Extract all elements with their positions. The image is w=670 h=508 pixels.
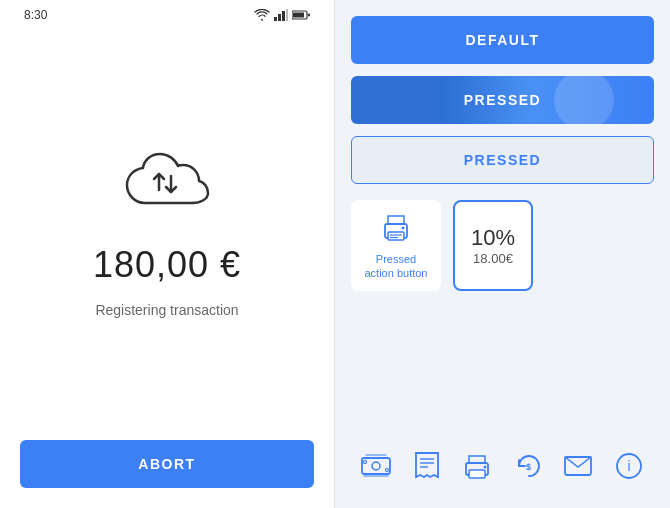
svg-point-16 (364, 461, 367, 464)
printer-icon (462, 452, 492, 480)
receipt-icon (414, 451, 440, 481)
action-button-label: Pressed action button (361, 252, 431, 281)
pressed-filled-button[interactable]: PRESSED (351, 76, 654, 124)
svg-point-11 (402, 227, 405, 230)
right-panel: DEFAULT PRESSED PRESSED Pressed action b… (335, 0, 670, 508)
printer-icon-button[interactable] (459, 448, 495, 484)
svg-point-15 (372, 462, 380, 470)
left-panel: 8:30 (0, 0, 335, 508)
percentage-amount: 18.00€ (473, 251, 513, 266)
battery-icon (292, 10, 310, 20)
svg-rect-1 (278, 14, 281, 21)
receipt-icon-button[interactable] (409, 448, 445, 484)
refund-icon: $ (513, 452, 543, 480)
svg-point-23 (484, 466, 487, 469)
icons-row: $ i (351, 440, 654, 492)
svg-rect-2 (282, 11, 285, 21)
abort-button[interactable]: ABORT (20, 440, 314, 488)
circle-user-icon-button[interactable]: i (611, 448, 647, 484)
svg-rect-22 (469, 470, 485, 478)
cloud-sync-icon (117, 148, 217, 228)
cloud-icon-container (117, 148, 217, 228)
email-icon (563, 454, 593, 478)
cash-icon-button[interactable] (358, 448, 394, 484)
circle-user-icon: i (615, 452, 643, 480)
status-icons (254, 9, 310, 21)
svg-rect-6 (308, 14, 310, 17)
pressed-outline-button[interactable]: PRESSED (351, 136, 654, 184)
svg-text:i: i (627, 458, 630, 474)
action-printer-icon (378, 210, 414, 246)
refund-icon-button[interactable]: $ (510, 448, 546, 484)
action-button-card[interactable]: Pressed action button (351, 200, 441, 291)
svg-rect-10 (388, 232, 404, 240)
transaction-label: Registering transaction (95, 302, 238, 318)
cash-icon (361, 453, 391, 479)
wifi-icon (254, 9, 270, 21)
default-button[interactable]: DEFAULT (351, 16, 654, 64)
amount-display: 180,00 € (93, 244, 241, 286)
status-bar: 8:30 (20, 0, 314, 26)
svg-point-17 (386, 469, 389, 472)
email-icon-button[interactable] (560, 448, 596, 484)
svg-rect-5 (293, 13, 304, 18)
status-time: 8:30 (24, 8, 47, 22)
percentage-card[interactable]: 10% 18.00€ (453, 200, 533, 291)
svg-text:$: $ (526, 462, 531, 472)
svg-rect-3 (286, 9, 288, 21)
signal-icon (274, 9, 288, 21)
percentage-value: 10% (471, 225, 515, 251)
action-row: Pressed action button 10% 18.00€ (351, 200, 654, 291)
svg-rect-0 (274, 17, 277, 21)
left-content: 180,00 € Registering transaction (93, 26, 241, 440)
